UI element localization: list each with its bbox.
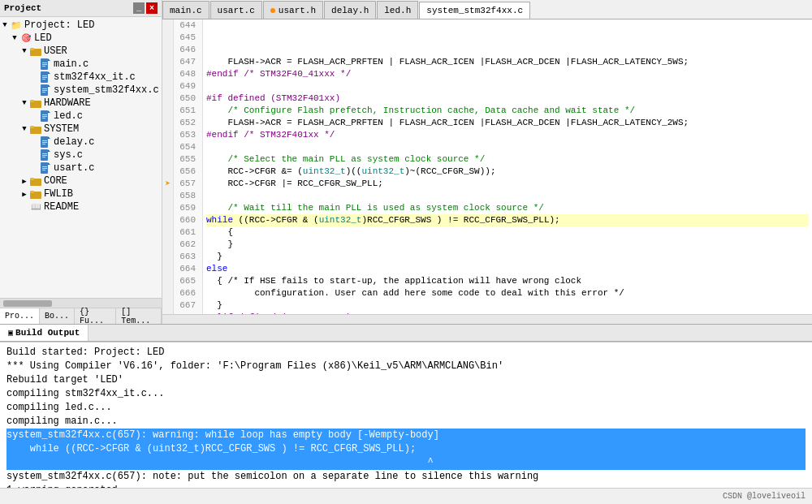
project-icon: 📁 xyxy=(10,19,23,31)
tree-item-readme[interactable]: 📖README xyxy=(0,200,162,213)
left-tab-templates[interactable]: [] Tem... xyxy=(116,308,162,324)
expand-icon-readme[interactable] xyxy=(19,202,29,212)
line-num-649: 649 xyxy=(177,80,199,93)
tab-ledh[interactable]: led.h xyxy=(377,1,418,19)
line-num-665: 665 xyxy=(177,275,199,287)
svg-rect-5 xyxy=(42,62,47,63)
svg-rect-43 xyxy=(42,170,45,170)
svg-marker-14 xyxy=(48,84,50,87)
tree-item-stm32f4xx-it[interactable]: stm32f4xx_it.c xyxy=(0,71,162,84)
code-line-656: /* Wait till the main PLL is used as sys… xyxy=(206,202,809,214)
expand-icon-delay-c[interactable] xyxy=(29,137,39,147)
code-line-648: /* Configure Flash prefetch, Instruction… xyxy=(206,105,809,117)
panel-close-button[interactable]: × xyxy=(146,2,158,14)
tab-usartc[interactable]: usart.c xyxy=(210,1,262,19)
svg-rect-7 xyxy=(42,66,45,67)
expand-icon-led-c[interactable] xyxy=(29,111,39,121)
tree-item-system-stm32[interactable]: system_stm32f4xx.c xyxy=(0,84,162,97)
line-num-655: 655 xyxy=(177,153,199,166)
expand-icon-main-c[interactable] xyxy=(29,59,39,69)
tree-label-system-group: SYSTEM xyxy=(44,123,79,135)
code-line-663: configuration. User can add here some co… xyxy=(206,287,809,299)
expand-icon-project-led[interactable]: ▼ xyxy=(0,20,10,30)
tree-item-led-c[interactable]: led.c xyxy=(0,110,162,123)
svg-rect-24 xyxy=(42,116,47,117)
expand-icon-core-group[interactable]: ▶ xyxy=(19,176,29,186)
tab-modified-dot xyxy=(270,8,275,13)
bottom-tabs-bar: ▣ Build Output xyxy=(0,324,812,342)
svg-rect-23 xyxy=(42,114,47,115)
tabs-bar: main.cusart.cusart.hdelay.hled.hsystem_s… xyxy=(162,0,812,19)
watermark-text: CSDN @loveliveoil xyxy=(723,492,806,501)
tree-item-main-c[interactable]: main.c xyxy=(0,58,162,71)
tab-mainc[interactable]: main.c xyxy=(162,1,209,19)
build-line-3: compiling stm32f4xx_it.c... xyxy=(6,387,806,401)
left-tab-project[interactable]: Pro... xyxy=(0,308,40,324)
left-tab-functions[interactable]: {} Fu... xyxy=(75,308,116,324)
book-icon: 📖 xyxy=(29,201,42,213)
tree-item-core-group[interactable]: ▶CORE xyxy=(0,174,162,187)
gutter-item-650 xyxy=(162,93,173,105)
editor-horizontal-scrollbar[interactable] xyxy=(162,314,812,324)
folder-icon xyxy=(29,97,42,109)
line-num-654: 654 xyxy=(177,141,199,153)
tree-item-sys-c[interactable]: sys.c xyxy=(0,149,162,162)
code-line-655 xyxy=(206,190,809,202)
expand-icon-system-group[interactable]: ▼ xyxy=(19,124,29,134)
svg-rect-10 xyxy=(42,75,47,76)
tree-item-usart-c[interactable]: usart.c xyxy=(0,162,162,174)
tree-item-hardware-group[interactable]: ▼HARDWARE xyxy=(0,97,162,110)
build-line-6: system_stm32f4xx.c(657): warning: while … xyxy=(6,429,806,442)
expand-icon-led-root[interactable]: ▼ xyxy=(10,33,19,43)
line-num-666: 666 xyxy=(177,287,199,299)
code-line-658: { xyxy=(206,226,809,239)
build-line-2: Rebuild target 'LED' xyxy=(6,373,806,387)
expand-icon-sys-c[interactable] xyxy=(29,150,39,160)
bottom-tab-build[interactable]: ▣ Build Output xyxy=(0,325,89,341)
tree-item-led-root[interactable]: ▼🎯LED xyxy=(0,32,162,45)
line-num-660: 660 xyxy=(177,214,199,226)
file-icon xyxy=(39,149,52,161)
expand-icon-stm32f4xx-it[interactable] xyxy=(29,72,39,82)
tree-item-project-led[interactable]: ▼📁Project: LED xyxy=(0,19,162,32)
tree-item-fwlib-group[interactable]: ▶FWLIB xyxy=(0,187,162,200)
gutter-item-648 xyxy=(162,68,173,80)
svg-rect-41 xyxy=(42,166,47,167)
svg-rect-20 xyxy=(30,100,34,102)
tree-label-core-group: CORE xyxy=(44,175,67,187)
code-editor[interactable]: ➤ 64464564664764864965065165265365465565… xyxy=(162,19,812,314)
svg-rect-25 xyxy=(42,118,45,118)
line-num-659: 659 xyxy=(177,202,199,214)
tree-item-user-group[interactable]: ▼USER xyxy=(0,45,162,58)
svg-rect-37 xyxy=(42,155,47,156)
code-line-650: #endif /* STM32F401xx */ xyxy=(206,129,809,141)
tab-systemstm32f4xxc[interactable]: system_stm32f4xx.c xyxy=(419,2,530,19)
expand-icon-usart-c[interactable] xyxy=(29,163,39,173)
expand-icon-fwlib-group[interactable]: ▶ xyxy=(19,189,29,199)
tab-usarth[interactable]: usart.h xyxy=(263,1,323,19)
file-icon xyxy=(39,136,52,148)
expand-icon-hardware-group[interactable]: ▼ xyxy=(19,98,29,108)
tree-item-system-group[interactable]: ▼SYSTEM xyxy=(0,123,162,136)
svg-rect-17 xyxy=(42,92,45,93)
build-line-7: while ((RCC->CFGR & (uint32_t)RCC_CFGR_S… xyxy=(6,442,806,456)
left-tab-books[interactable]: Bo... xyxy=(40,308,75,324)
tab-label: system_stm32f4xx.c xyxy=(426,6,523,15)
build-line-9: system_stm32f4xx.c(657): note: put the s… xyxy=(6,470,806,484)
code-content[interactable]: FLASH->ACR = FLASH_ACR_PRFTEN | FLASH_AC… xyxy=(203,19,812,314)
code-line-662: { /* If HSE fails to start-up, the appli… xyxy=(206,275,809,287)
line-num-663: 663 xyxy=(177,251,199,263)
tree-label-system-stm32: system_stm32f4xx.c xyxy=(54,84,159,96)
expand-icon-user-group[interactable]: ▼ xyxy=(19,46,29,56)
gutter-item-659 xyxy=(162,202,173,214)
tree-label-hardware-group: HARDWARE xyxy=(44,97,91,109)
build-line-5: compiling main.c... xyxy=(6,415,806,429)
panel-minimize-button[interactable]: _ xyxy=(133,2,145,14)
svg-rect-36 xyxy=(42,153,47,154)
expand-icon-system-stm32[interactable] xyxy=(29,85,39,95)
tree-item-delay-c[interactable]: delay.c xyxy=(0,136,162,149)
tab-delayh[interactable]: delay.h xyxy=(324,1,376,19)
code-line-645: #endif /* STM32F40_41xxx */ xyxy=(206,68,809,80)
project-scrollbar[interactable] xyxy=(0,298,162,308)
code-line-659: } xyxy=(206,239,809,251)
